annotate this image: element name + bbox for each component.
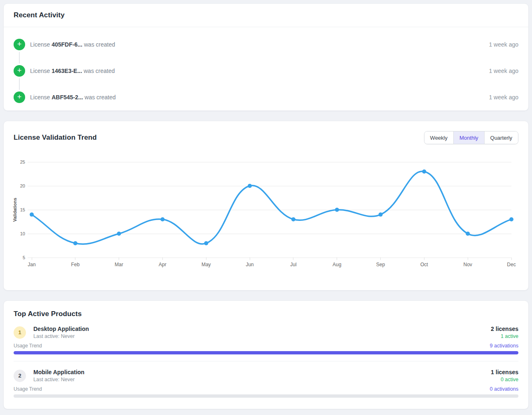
license-key: 1463E3-E... bbox=[52, 68, 82, 74]
activity-suffix: was created bbox=[84, 94, 115, 101]
product-active-count: 0 active bbox=[491, 377, 518, 382]
product-last-active: Last active: Never bbox=[33, 333, 89, 339]
usage-progress-fill bbox=[14, 351, 518, 354]
activity-item[interactable]: + License ABF545-2... was created 1 week… bbox=[14, 84, 518, 110]
product-row[interactable]: 2 Mobile Application Last active: Never … bbox=[14, 369, 518, 398]
activity-item[interactable]: + License 405FDF-6... was created 1 week… bbox=[14, 31, 518, 58]
svg-text:25: 25 bbox=[20, 159, 25, 164]
activity-text: License 1463E3-E... was created bbox=[30, 68, 115, 74]
activity-timestamp: 1 week ago bbox=[489, 41, 518, 48]
validation-trend-chart: 510152025JanFebMarAprMayJunJulAugSepOctN… bbox=[12, 157, 518, 276]
period-button-quarterly[interactable]: Quarterly bbox=[484, 131, 518, 144]
product-activations-count: 9 activations bbox=[490, 343, 518, 349]
product-row[interactable]: 1 Desktop Application Last active: Never… bbox=[14, 326, 518, 354]
activity-suffix: was created bbox=[84, 41, 115, 48]
svg-text:Mar: Mar bbox=[115, 262, 123, 267]
svg-text:15: 15 bbox=[20, 207, 25, 212]
svg-text:Dec: Dec bbox=[507, 262, 516, 267]
license-key: 405FDF-6... bbox=[52, 41, 82, 48]
product-licenses-count: 1 licenses bbox=[491, 369, 518, 375]
usage-progress-track bbox=[14, 351, 518, 354]
plus-icon: + bbox=[14, 65, 25, 77]
top-products-title: Top Active Products bbox=[14, 310, 518, 318]
product-name: Mobile Application bbox=[33, 369, 84, 375]
activity-prefix: License bbox=[30, 68, 50, 74]
recent-activity-title: Recent Activity bbox=[14, 10, 518, 20]
svg-text:10: 10 bbox=[20, 231, 25, 236]
recent-activity-header: Recent Activity bbox=[4, 4, 528, 27]
top-products-card: Top Active Products 1 Desktop Applicatio… bbox=[3, 300, 529, 409]
recent-activity-card: Recent Activity + License 405FDF-6... wa… bbox=[3, 3, 529, 111]
svg-text:Nov: Nov bbox=[464, 262, 472, 267]
svg-text:Feb: Feb bbox=[71, 262, 80, 267]
period-button-weekly[interactable]: Weekly bbox=[424, 131, 453, 144]
product-info: Mobile Application Last active: Never bbox=[33, 369, 84, 382]
usage-progress-track bbox=[14, 394, 518, 398]
svg-text:Sep: Sep bbox=[376, 262, 385, 267]
product-name: Desktop Application bbox=[33, 326, 89, 332]
usage-trend-label: Usage Trend bbox=[14, 386, 42, 392]
rank-badge: 1 bbox=[14, 326, 26, 339]
period-button-group: WeeklyMonthlyQuarterly bbox=[424, 131, 518, 144]
svg-text:Oct: Oct bbox=[420, 262, 428, 267]
license-key: ABF545-2... bbox=[52, 94, 83, 101]
activity-suffix: was created bbox=[84, 68, 115, 74]
validation-trend-title: License Validation Trend bbox=[14, 134, 97, 142]
plus-icon: + bbox=[14, 91, 25, 103]
activity-timestamp: 1 week ago bbox=[489, 68, 518, 74]
period-button-monthly[interactable]: Monthly bbox=[453, 131, 484, 144]
validation-trend-card: License Validation Trend WeeklyMonthlyQu… bbox=[3, 121, 529, 291]
activity-list: + License 405FDF-6... was created 1 week… bbox=[4, 27, 528, 110]
activity-text: License ABF545-2... was created bbox=[30, 94, 116, 101]
svg-text:Aug: Aug bbox=[333, 262, 341, 267]
product-divider bbox=[14, 361, 518, 361]
product-active-count: 1 active bbox=[491, 333, 518, 339]
product-activations-count: 0 activations bbox=[490, 386, 518, 392]
activity-timestamp: 1 week ago bbox=[489, 94, 518, 101]
svg-text:20: 20 bbox=[20, 183, 25, 188]
usage-trend-label: Usage Trend bbox=[14, 343, 42, 349]
svg-text:Jun: Jun bbox=[246, 262, 253, 267]
products-list: 1 Desktop Application Last active: Never… bbox=[14, 326, 518, 398]
activity-prefix: License bbox=[30, 41, 50, 48]
product-last-active: Last active: Never bbox=[33, 377, 84, 382]
plus-icon: + bbox=[14, 39, 25, 50]
validation-trend-header: License Validation Trend WeeklyMonthlyQu… bbox=[14, 131, 518, 144]
svg-text:Jul: Jul bbox=[290, 262, 296, 267]
svg-text:Jan: Jan bbox=[28, 262, 35, 267]
activity-text: License 405FDF-6... was created bbox=[30, 41, 115, 48]
svg-text:May: May bbox=[202, 262, 211, 267]
product-licenses-count: 2 licenses bbox=[491, 326, 518, 332]
svg-text:Apr: Apr bbox=[159, 262, 166, 267]
activity-item[interactable]: + License 1463E3-E... was created 1 week… bbox=[14, 58, 518, 84]
svg-text:Validations: Validations bbox=[12, 198, 17, 222]
rank-badge: 2 bbox=[14, 370, 26, 382]
product-info: Desktop Application Last active: Never bbox=[33, 326, 89, 339]
activity-prefix: License bbox=[30, 94, 50, 101]
svg-text:5: 5 bbox=[23, 255, 25, 260]
